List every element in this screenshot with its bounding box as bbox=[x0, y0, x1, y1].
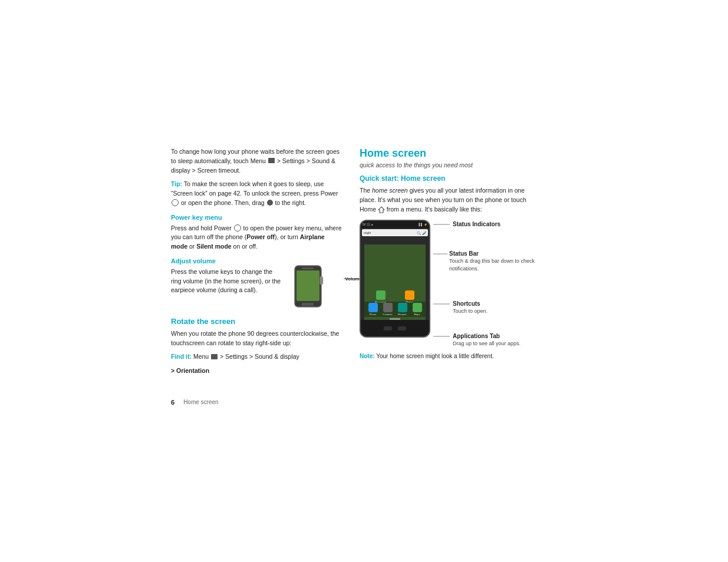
phone-status-bar: 5F ⬛ ● ▌▌ ⚡ bbox=[361, 221, 429, 228]
phone-screen-area: Messaging Market Phone bbox=[364, 244, 426, 320]
status-indicators-annotation: Status Indicators bbox=[433, 221, 542, 228]
browser-label: Browser bbox=[398, 313, 407, 316]
shortcuts-annotation: Shortcuts Touch to open. bbox=[433, 300, 542, 315]
power-key-paragraph: Press and hold Power to open the power k… bbox=[171, 224, 342, 252]
adjust-volume-section: Press the volume keys to change the ring… bbox=[171, 267, 342, 310]
svg-text:–: – bbox=[323, 283, 325, 287]
note-label: Note: bbox=[360, 353, 375, 359]
phone-search-bar: oogle 🔍 🎤 bbox=[362, 229, 428, 236]
findit-text: Menu bbox=[193, 353, 209, 360]
left-column: To change how long your phone waits befo… bbox=[171, 147, 342, 381]
tip-paragraph: Tip: To make the screen lock when it goe… bbox=[171, 180, 342, 207]
phone-dock-contacts: Contacts bbox=[381, 303, 394, 316]
home-desc-text2: from a menu. It's basically like this: bbox=[387, 206, 482, 213]
market-app-icon bbox=[405, 290, 414, 300]
power-icon-tip bbox=[172, 199, 179, 206]
findit-paragraph2: > Orientation bbox=[171, 366, 342, 376]
power-key-text3: ), or turn bbox=[275, 233, 300, 240]
phone-dock: Phone Contacts Browser Maps bbox=[364, 302, 426, 317]
maps-label: Maps bbox=[414, 313, 420, 316]
home-icon bbox=[378, 206, 385, 213]
page-number: 6 bbox=[171, 399, 174, 406]
phone-bottom-bar bbox=[361, 320, 429, 336]
right-column: Home screen quick access to the things y… bbox=[360, 147, 542, 381]
status-indicators-line bbox=[433, 224, 451, 225]
phone-mockup: 5F ⬛ ● ▌▌ ⚡ oogle 🔍 🎤 Messag bbox=[360, 220, 430, 338]
phone-status-text-left: 5F ⬛ ● bbox=[363, 223, 373, 226]
phone-label: Phone bbox=[370, 313, 377, 316]
tip-label: Tip: bbox=[171, 180, 182, 187]
shortcuts-text: Shortcuts Touch to open. bbox=[453, 300, 487, 315]
volume-phone-svg: + – bbox=[289, 265, 336, 309]
power-off-label: Power off bbox=[246, 233, 275, 240]
drag-icon bbox=[267, 200, 273, 206]
phone-mockup-container: 5F ⬛ ● ▌▌ ⚡ oogle 🔍 🎤 Messag bbox=[360, 220, 542, 347]
status-bar-title: Status Bar bbox=[449, 250, 542, 257]
contacts-app-icon bbox=[383, 303, 393, 312]
svg-marker-8 bbox=[378, 207, 384, 213]
svg-text:+: + bbox=[322, 275, 325, 279]
phone-search-icon: 🔍 bbox=[417, 231, 421, 235]
volume-image-area: + – Volume Keys bbox=[289, 265, 342, 310]
home-screen-subtitle: quick access to the things you need most bbox=[360, 161, 542, 168]
power-key-heading: Power key menu bbox=[171, 214, 342, 221]
rotate-screen-text: When you rotate the phone 90 degrees cou… bbox=[171, 329, 342, 348]
status-bar-annotation: Status Bar Touch & drag this bar down to… bbox=[433, 250, 542, 272]
page-section-footer: Home screen bbox=[183, 399, 218, 406]
phone-app-icon bbox=[368, 303, 378, 312]
shortcuts-line bbox=[433, 303, 451, 305]
status-bar-text: Status Bar Touch & drag this bar down to… bbox=[449, 250, 542, 272]
shortcuts-desc: Touch to open. bbox=[453, 308, 487, 315]
findit-path: > Settings > Sound & display bbox=[220, 353, 299, 360]
volume-text: Press the volume keys to change the ring… bbox=[171, 267, 284, 295]
phone-mic-icon: 🎤 bbox=[422, 231, 426, 235]
maps-app-icon bbox=[413, 303, 422, 312]
phone-dock-browser: Browser bbox=[396, 303, 409, 316]
status-indicators-title: Status Indicators bbox=[453, 221, 500, 227]
power-key-text: Press and hold Power bbox=[171, 224, 232, 232]
applications-tab-text: Applications Tab Drag up to see all your… bbox=[453, 333, 521, 348]
tip-text2: or open the phone. Then, drag bbox=[181, 199, 265, 206]
phone-menu-btn bbox=[398, 326, 406, 330]
shortcuts-title: Shortcuts bbox=[453, 300, 487, 307]
messaging-app-icon bbox=[376, 290, 386, 300]
silent-label: Silent mode bbox=[196, 243, 232, 250]
tip-text3: to the right. bbox=[275, 199, 306, 206]
power-key-text4: on or off. bbox=[232, 243, 258, 250]
applications-tab-annotation: Applications Tab Drag up to see all your… bbox=[433, 333, 542, 348]
applications-tab-desc: Drag up to see all your apps. bbox=[453, 340, 521, 348]
phone-dock-phone: Phone bbox=[367, 303, 380, 316]
adjust-volume-heading: Adjust volume bbox=[171, 257, 342, 265]
contacts-label: Contacts bbox=[383, 313, 393, 316]
home-screen-em: home screen bbox=[372, 187, 408, 194]
page-container: To change how long your phone waits befo… bbox=[171, 147, 560, 381]
home-description: The home screen gives you all your lates… bbox=[360, 186, 542, 214]
svg-rect-6 bbox=[302, 303, 314, 306]
rotate-screen-heading: Rotate the screen bbox=[171, 317, 342, 326]
phone-dock-maps: Maps bbox=[411, 303, 424, 316]
applications-tab-title: Applications Tab bbox=[453, 333, 521, 339]
status-bar-desc: Touch & drag this bar down to check noti… bbox=[449, 257, 542, 272]
findit-path2: > Orientation bbox=[171, 367, 209, 374]
menu-icon bbox=[268, 158, 275, 163]
browser-app-icon bbox=[398, 303, 407, 312]
svg-rect-2 bbox=[302, 267, 314, 269]
intro-paragraph: To change how long your phone waits befo… bbox=[171, 147, 342, 175]
or-text: or bbox=[187, 243, 196, 250]
phone-search-text: oogle bbox=[364, 231, 371, 234]
annotations-panel: Status Indicators Status Bar Touch & dra… bbox=[433, 220, 542, 347]
findit-paragraph: Find it: Menu > Settings > Sound & displ… bbox=[171, 352, 342, 362]
applications-tab-line bbox=[433, 336, 451, 337]
phone-status-text-right: ▌▌ ⚡ bbox=[419, 223, 427, 226]
menu-icon-findit bbox=[211, 354, 218, 359]
findit-label: Find it: bbox=[171, 353, 192, 360]
status-indicators-text: Status Indicators bbox=[453, 221, 500, 228]
power-icon bbox=[234, 224, 241, 232]
quick-start-heading: Quick start: Home screen bbox=[360, 174, 542, 183]
page-footer: 6 Home screen bbox=[171, 399, 219, 406]
tip-text-content: To make the screen lock when it goes to … bbox=[171, 180, 338, 197]
home-screen-title: Home screen bbox=[360, 147, 542, 160]
svg-rect-1 bbox=[297, 270, 319, 301]
note-text: Your home screen might look a little dif… bbox=[376, 353, 494, 359]
status-bar-line bbox=[433, 253, 447, 254]
